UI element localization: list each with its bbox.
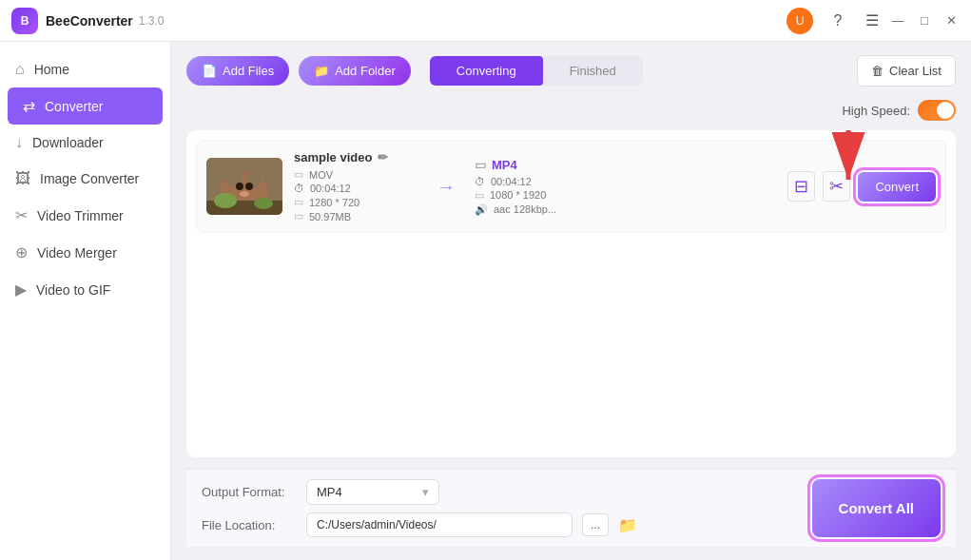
file-output-info: ▭ MP4 ⏱ 00:04:12 ▭ 1080 * 1920	[475, 158, 776, 216]
converter-icon: ⇄	[23, 97, 35, 115]
bottom-fields: Output Format: MP4 ▾ File Location: C:/U…	[202, 479, 812, 537]
convert-all-label: Convert All	[839, 500, 914, 516]
convert-wrap: Convert	[858, 172, 936, 202]
svg-point-4	[236, 183, 243, 190]
duration-icon: ⏱	[294, 183, 304, 194]
sidebar-item-downloader[interactable]: ↓ Downloader	[0, 125, 170, 161]
sidebar-item-video-trimmer[interactable]: ✂ Video Trimmer	[0, 197, 170, 234]
gif-icon: ▶	[15, 280, 27, 299]
toggle-knob	[937, 102, 954, 119]
cut-icon[interactable]: ✂	[823, 171, 850, 202]
sidebar-label-video-merger: Video Merger	[37, 245, 117, 261]
speed-label: High Speed:	[842, 104, 910, 118]
format-icon: ▭	[294, 168, 303, 181]
output-format-row: ▭ MP4	[475, 158, 776, 172]
sidebar-item-converter[interactable]: ⇄ Converter	[8, 87, 163, 125]
location-value: C:/Users/admin/Videos/	[317, 518, 437, 531]
folder-browse-icon[interactable]: 📁	[618, 516, 637, 534]
file-item: sample video ✏ ▭ MOV ⏱ 00:04:12	[196, 140, 946, 233]
location-input: C:/Users/admin/Videos/	[306, 512, 573, 537]
titlebar-icons: U ? ☰	[787, 8, 882, 34]
sidebar-label-video-to-gif: Video to GIF	[36, 282, 110, 298]
resolution-icon: ▭	[294, 196, 303, 208]
menu-icon[interactable]: ☰	[863, 11, 882, 30]
add-files-icon: 📄	[202, 64, 217, 78]
content-area: 📄 Add Files 📁 Add Folder Converting Fini…	[171, 42, 971, 560]
high-speed-toggle[interactable]	[918, 100, 956, 121]
titlebar: B BeeConverter 1.3.0 U ? ☰ — □ ✕	[0, 0, 971, 42]
tab-converting[interactable]: Converting	[430, 56, 543, 86]
app-name: BeeConverter	[46, 13, 133, 29]
sidebar-item-image-converter[interactable]: 🖼 Image Converter	[0, 161, 170, 197]
close-button[interactable]: ✕	[942, 12, 960, 29]
location-row: File Location: C:/Users/admin/Videos/ ..…	[202, 512, 812, 537]
output-audio-row: 🔊 aac 128kbp...	[475, 203, 776, 216]
output-audio-icon: 🔊	[475, 203, 488, 216]
downloader-icon: ↓	[15, 134, 23, 151]
sidebar-item-home[interactable]: ⌂ Home	[0, 51, 170, 87]
output-resolution: 1080 * 1920	[490, 189, 546, 201]
format-value: MP4	[317, 485, 342, 499]
location-label: File Location:	[202, 518, 297, 532]
thumbnail-image	[206, 158, 282, 215]
app-logo: B	[11, 8, 38, 34]
file-list-area: sample video ✏ ▭ MOV ⏱ 00:04:12	[186, 130, 956, 457]
browse-dots-button[interactable]: ...	[582, 513, 609, 536]
user-avatar[interactable]: U	[787, 8, 813, 34]
maximize-button[interactable]: □	[916, 12, 933, 29]
file-thumbnail	[206, 158, 282, 215]
svg-point-6	[240, 191, 249, 197]
convert-button[interactable]: Convert	[858, 172, 936, 202]
format-select[interactable]: MP4 ▾	[306, 479, 439, 505]
bottom-bar: Output Format: MP4 ▾ File Location: C:/U…	[186, 469, 956, 547]
minimize-button[interactable]: —	[889, 12, 906, 29]
convert-all-button[interactable]: Convert All	[812, 479, 941, 537]
convert-label: Convert	[875, 180, 919, 194]
merger-icon: ⊕	[15, 243, 28, 261]
window-controls: — □ ✕	[889, 12, 960, 29]
file-actions: ⊟ ✂ Convert	[787, 171, 936, 202]
help-icon[interactable]: ?	[828, 11, 847, 30]
output-format-icon: ▭	[475, 158, 486, 172]
output-duration-icon: ⏱	[475, 176, 485, 187]
file-input-info: sample video ✏ ▭ MOV ⏱ 00:04:12	[294, 150, 418, 222]
output-duration: 00:04:12	[491, 176, 532, 187]
speed-row: High Speed:	[186, 100, 956, 121]
input-size: 50.97MB	[309, 211, 351, 222]
toolbar: 📄 Add Files 📁 Add Folder Converting Fini…	[186, 55, 956, 87]
duration-row: ⏱ 00:04:12	[294, 183, 418, 194]
clear-icon: 🗑	[871, 64, 884, 78]
tabs-group: Converting Finished	[430, 56, 643, 86]
main-layout: ⌂ Home ⇄ Converter ↓ Downloader 🖼 Image …	[0, 42, 971, 560]
input-resolution: 1280 * 720	[309, 197, 359, 208]
resolution-row: ▭ 1280 * 720	[294, 196, 418, 208]
svg-point-5	[245, 183, 253, 190]
add-folder-label: Add Folder	[335, 64, 396, 78]
output-duration-row: ⏱ 00:04:12	[475, 176, 776, 187]
home-icon: ⌂	[15, 61, 25, 78]
output-meta: ⏱ 00:04:12 ▭ 1080 * 1920 🔊 aac 128kbp...	[475, 176, 776, 216]
tab-finished[interactable]: Finished	[543, 56, 643, 86]
format-row: ▭ MOV	[294, 168, 418, 181]
format-label: Output Format:	[202, 485, 297, 499]
add-folder-button[interactable]: 📁 Add Folder	[299, 56, 411, 86]
sidebar-label-video-trimmer: Video Trimmer	[37, 208, 124, 223]
file-name-text: sample video	[294, 150, 372, 164]
bottom-content: Output Format: MP4 ▾ File Location: C:/U…	[202, 479, 941, 537]
add-files-button[interactable]: 📄 Add Files	[186, 56, 289, 86]
input-format: MOV	[309, 169, 333, 181]
edit-icon[interactable]: ✏	[378, 150, 388, 164]
file-name-row: sample video ✏	[294, 150, 418, 164]
app-version: 1.3.0	[139, 14, 165, 28]
add-files-label: Add Files	[223, 64, 274, 78]
svg-point-9	[254, 198, 273, 209]
sidebar-item-video-merger[interactable]: ⊕ Video Merger	[0, 234, 170, 271]
sidebar-item-video-to-gif[interactable]: ▶ Video to GIF	[0, 271, 170, 308]
size-icon: ▭	[294, 210, 303, 222]
output-audio: aac 128kbp...	[494, 203, 556, 215]
convert-arrow: →	[429, 176, 463, 198]
format-row: Output Format: MP4 ▾	[202, 479, 812, 505]
file-meta: ▭ MOV ⏱ 00:04:12 ▭ 1280 * 720 ▭	[294, 168, 418, 222]
clear-list-button[interactable]: 🗑 Clear List	[857, 55, 956, 87]
edit-settings-icon[interactable]: ⊟	[787, 171, 815, 202]
